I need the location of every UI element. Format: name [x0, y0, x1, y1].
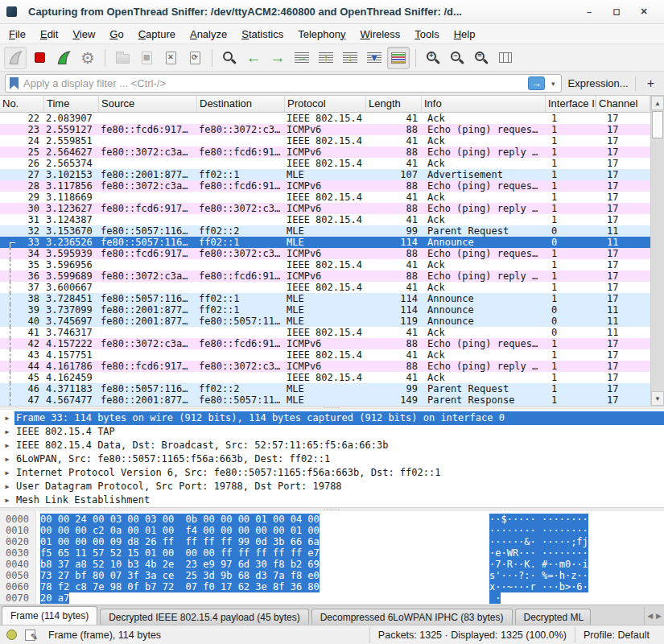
packet-row[interactable]: 434.157751IEEE 802.15.441Ack117: [0, 349, 664, 361]
packet-row[interactable]: 262.565374IEEE 802.15.441Ack117: [0, 158, 664, 169]
packet-row[interactable]: 333.236526fe80::5057:116…ff02::1MLE114An…: [0, 237, 664, 248]
expand-twisty-icon[interactable]: ▶: [0, 411, 14, 425]
menu-edit[interactable]: Edit: [33, 26, 65, 43]
capture-options-button[interactable]: ⚙: [76, 47, 99, 69]
expand-twisty-icon[interactable]: ▶: [0, 452, 14, 466]
close-file-button[interactable]: ✕: [159, 47, 182, 69]
packet-row[interactable]: 454.162459IEEE 802.15.441Ack117: [0, 372, 664, 383]
hex-ascii[interactable]: ·7·R··K. #··m0··i: [489, 559, 588, 570]
last-packet-button[interactable]: ↓: [339, 47, 361, 69]
auto-scroll-button[interactable]: ▼: [363, 47, 386, 69]
capture-restart-button[interactable]: [52, 47, 75, 69]
menu-view[interactable]: View: [65, 26, 102, 43]
packet-row[interactable]: 343.595939fe80::fcd6:917…fe80::3072:c3…I…: [0, 248, 664, 259]
tab-scroll-right-icon[interactable]: ▶: [656, 612, 662, 620]
column-header-channel[interactable]: Channel: [596, 96, 650, 112]
minimize-button[interactable]: –: [575, 7, 603, 17]
resize-columns-button[interactable]: [494, 47, 517, 69]
zoom-out-button[interactable]: −: [446, 47, 468, 69]
detail-row[interactable]: ▶Frame 33: 114 bytes on wire (912 bits),…: [0, 411, 664, 425]
expand-twisty-icon[interactable]: ▶: [0, 466, 14, 480]
expand-twisty-icon[interactable]: ▶: [0, 439, 14, 452]
filter-history-caret-icon[interactable]: ▾: [550, 80, 557, 88]
previous-packet-button[interactable]: ←: [242, 47, 265, 69]
expand-twisty-icon[interactable]: ▶: [0, 480, 14, 493]
detail-row[interactable]: ▶IEEE 802.15.4 Data, Dst: Broadcast, Src…: [0, 439, 664, 452]
column-header-destination[interactable]: Destination: [197, 96, 285, 112]
expand-twisty-icon[interactable]: ▶: [0, 425, 14, 439]
packet-row[interactable]: 303.123627fe80::fcd6:917…fe80::3072:c3…I…: [0, 203, 664, 214]
tab-scroll-left-icon[interactable]: ◀: [647, 612, 653, 620]
detail-row[interactable]: ▶User Datagram Protocol, Src Port: 19788…: [0, 480, 664, 493]
add-filter-button[interactable]: +: [642, 76, 659, 91]
hex-bytes[interactable]: f5 65 11 57 52 15 01 00 00 00 ff ff ff f…: [40, 547, 320, 559]
hex-ascii[interactable]: ··$····· ········: [489, 514, 588, 525]
byte-view-tab-3[interactable]: Decrypted ML: [515, 609, 591, 625]
detail-row[interactable]: ▶IEEE 802.15.4 TAP: [0, 425, 664, 439]
packet-row[interactable]: 353.596956IEEE 802.15.441Ack117: [0, 259, 664, 270]
reload-file-button[interactable]: ⟳: [184, 47, 206, 69]
packet-row[interactable]: 403.745697fe80::2001:877…fe80::5057:11…M…: [0, 316, 664, 327]
byte-view-tab-2[interactable]: Decompressed 6LoWPAN IPHC (83 bytes): [311, 609, 513, 625]
column-header-protocol[interactable]: Protocol: [285, 96, 366, 112]
hex-bytes[interactable]: 73 27 bf 80 07 3f 3a ce 25 3d 9b 68 d3 7…: [40, 570, 320, 581]
first-packet-button[interactable]: ↑: [315, 47, 337, 69]
find-packet-button[interactable]: [218, 47, 241, 69]
zoom-reset-button[interactable]: =: [470, 47, 493, 69]
packet-row[interactable]: 444.161786fe80::fcd6:917…fe80::3072:c3…I…: [0, 361, 664, 372]
scrollbar-thumb[interactable]: [652, 111, 663, 138]
column-header-time[interactable]: Time: [44, 96, 99, 112]
column-header-info[interactable]: Info: [422, 96, 546, 112]
menu-help[interactable]: Help: [447, 26, 483, 43]
packet-row[interactable]: 273.102153fe80::2001:877…ff02::1MLE107Ad…: [0, 169, 664, 180]
hex-ascii[interactable]: ······&· ·····;fj: [489, 536, 588, 547]
hex-ascii[interactable]: x··~···r ···b>·6·: [489, 581, 588, 592]
display-filter-input[interactable]: [23, 77, 523, 89]
packet-row[interactable]: 242.559851IEEE 802.15.441Ack117: [0, 135, 664, 147]
packet-row[interactable]: 393.737099fe80::2001:877…ff02::1MLE114An…: [0, 304, 664, 316]
packet-row[interactable]: 283.117856fe80::3072:c3a…fe80::fcd6:91…I…: [0, 180, 664, 192]
close-button[interactable]: ✕: [630, 6, 658, 17]
packet-row[interactable]: 252.564627fe80::3072:c3a…fe80::fcd6:91…I…: [0, 147, 664, 158]
menu-wireless[interactable]: Wireless: [353, 26, 408, 43]
packet-row[interactable]: 293.118669IEEE 802.15.441Ack117: [0, 192, 664, 203]
detail-row[interactable]: ▶Internet Protocol Version 6, Src: fe80:…: [0, 466, 664, 480]
byte-view-tab-0[interactable]: Frame (114 bytes): [2, 606, 97, 625]
column-header-interface-id[interactable]: Interface ID: [546, 96, 596, 112]
capture-comment-icon[interactable]: [25, 630, 35, 641]
hex-ascii[interactable]: s'···?:· %=·h·z··: [489, 570, 588, 581]
packet-row[interactable]: 413.746317IEEE 802.15.441Ack011: [0, 327, 664, 338]
colorize-button[interactable]: [387, 47, 410, 69]
column-header-source[interactable]: Source: [99, 96, 197, 112]
packet-row[interactable]: 232.559127fe80::fcd6:917…fe80::3072:c3…I…: [0, 124, 664, 135]
menu-telephony[interactable]: Telephony: [291, 26, 353, 43]
scrollbar-down-icon[interactable]: ▼: [651, 391, 664, 406]
apply-filter-button[interactable]: →: [528, 76, 545, 90]
expression-button[interactable]: Expression...: [568, 77, 629, 89]
bookmark-icon[interactable]: [10, 77, 19, 89]
byte-view-tab-1[interactable]: Decrypted IEEE 802.15.4 payload (45 byte…: [100, 609, 308, 625]
goto-packet-button[interactable]: →: [291, 47, 313, 69]
packet-row[interactable]: 323.153670fe80::5057:116…ff02::2MLE99Par…: [0, 225, 664, 237]
zoom-in-button[interactable]: +: [422, 47, 444, 69]
maximize-button[interactable]: ◻: [603, 6, 630, 17]
packet-row[interactable]: 313.124387IEEE 802.15.441Ack117: [0, 214, 664, 225]
status-profile[interactable]: Profile: Default: [575, 627, 658, 643]
packet-list-scrollbar[interactable]: ▲ ▼: [650, 96, 664, 406]
menu-file[interactable]: File: [2, 26, 33, 43]
detail-row[interactable]: ▶6LoWPAN, Src: fe80::5057:1165:f56a:663b…: [0, 452, 664, 466]
scrollbar-track[interactable]: [651, 139, 664, 391]
hex-bytes[interactable]: 00 00 24 00 03 00 03 00 0b 00 00 00 01 0…: [40, 514, 320, 525]
menu-capture[interactable]: Capture: [131, 26, 183, 43]
hex-ascii[interactable]: ·: [489, 592, 501, 604]
packet-row[interactable]: 222.083907IEEE 802.15.441Ack117: [0, 113, 664, 124]
packet-row[interactable]: 424.157222fe80::3072:c3a…fe80::fcd6:91…I…: [0, 338, 664, 349]
menu-statistics[interactable]: Statistics: [234, 26, 291, 43]
expert-info-icon[interactable]: [6, 630, 17, 640]
scrollbar-up-icon[interactable]: ▲: [651, 96, 664, 110]
packet-row[interactable]: 363.599689fe80::3072:c3a…fe80::fcd6:91…I…: [0, 270, 664, 282]
hex-ascii[interactable]: ········ ········: [489, 525, 588, 536]
hex-bytes[interactable]: 78 f2 c8 7e 98 0f b7 72 07 f0 17 62 3e 8…: [40, 581, 320, 592]
column-header-no-[interactable]: No.: [0, 96, 44, 112]
packet-row[interactable]: 464.371183fe80::5057:116…ff02::2MLE99Par…: [0, 383, 664, 394]
